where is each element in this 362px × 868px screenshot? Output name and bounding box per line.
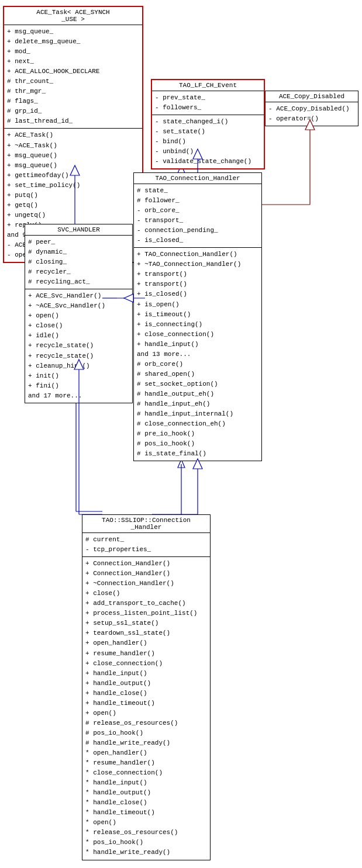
diagram-container: ACE_Task< ACE_SYNCH _USE > + msg_queue_ … [0,0,362,868]
tao-ssliop-connection-handler-box: TAO::SSLIOP::Connection_Handler # curren… [82,514,211,860]
svc-handler-attributes: # peer_ # dynamic_ # closing_ # recycler… [25,236,132,289]
tao-lf-ch-event-title: TAO_LF_CH_Event [152,80,264,91]
tao-ssliop-attributes: # current_ - tcp_properties_ [82,533,210,557]
svc-handler-methods: + ACE_Svc_Handler() + ~ACE_Svc_Handler()… [25,289,132,403]
tao-lf-ch-event-methods: - state_changed_i() - set_state() - bind… [152,115,264,168]
tao-lf-ch-event-attributes: - prev_state_ - followers_ [152,91,264,115]
ace-task-attributes: + msg_queue_ + delete_msg_queue_ + mod_ … [4,25,142,129]
tao-ssliop-methods: + Connection_Handler() + Connection_Hand… [82,557,210,859]
tao-connection-handler-title: TAO_Connection_Handler [134,173,261,184]
tao-connection-handler-attributes: # state_ # follower_ - orb_core_ - trans… [134,184,261,248]
tao-connection-handler-box: TAO_Connection_Handler # state_ # follow… [133,172,262,461]
ace-copy-disabled-title: ACE_Copy_Disabled [266,91,358,102]
ace-task-title: ACE_Task< ACE_SYNCH _USE > [4,7,142,25]
tao-ssliop-connection-handler-title: TAO::SSLIOP::Connection_Handler [82,515,210,533]
ace-copy-disabled-box: ACE_Copy_Disabled - ACE_Copy_Disabled() … [265,91,358,126]
ace-copy-disabled-methods: - ACE_Copy_Disabled() - operator=() [266,102,358,126]
svc-handler-title: SVC_HANDLER [25,224,132,236]
tao-connection-handler-methods: + TAO_Connection_Handler() + ~TAO_Connec… [134,248,261,461]
tao-lf-ch-event-box: TAO_LF_CH_Event - prev_state_ - follower… [151,79,265,170]
svc-handler-box: SVC_HANDLER # peer_ # dynamic_ # closing… [25,224,133,403]
